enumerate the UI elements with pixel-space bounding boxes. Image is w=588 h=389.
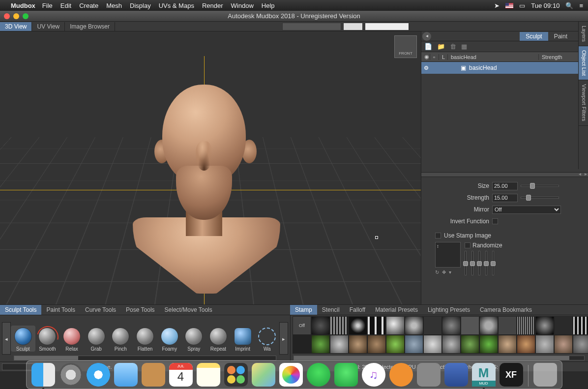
menu-uvs[interactable]: UVs & Maps [159, 2, 194, 9]
stamp-thumb[interactable] [367, 316, 386, 335]
material-select[interactable] [365, 23, 409, 30]
stamp-thumb[interactable] [405, 316, 423, 335]
tab-image-browser[interactable]: Image Browser [65, 22, 115, 31]
btab-sculpt-tools[interactable]: Sculpt Tools [0, 305, 41, 315]
stamp-move-icon[interactable]: ✥ [442, 269, 446, 275]
dock-messages-icon[interactable] [307, 363, 330, 387]
rand-slider-2[interactable] [471, 251, 473, 275]
dock-preferences-icon[interactable] [417, 363, 441, 387]
dock-ibooks-icon[interactable] [389, 363, 413, 387]
tool-spray[interactable]: Spray [181, 326, 206, 352]
stamp-thumb[interactable] [479, 335, 498, 354]
btab-stencil[interactable]: Stencil [317, 305, 345, 315]
tool-sculpt[interactable]: Sculpt [11, 326, 35, 352]
menu-render[interactable]: Render [202, 2, 223, 9]
panel-splitter[interactable] [421, 172, 588, 177]
stamp-thumb[interactable] [349, 316, 367, 335]
new-folder-icon[interactable]: 📁 [437, 43, 445, 50]
menu-help[interactable]: Help [262, 2, 275, 9]
dock-calendar-icon[interactable] [169, 363, 193, 387]
dock-mail-icon[interactable] [114, 363, 138, 387]
tool-imprint[interactable]: Imprint [231, 326, 255, 352]
dock-trash-icon[interactable] [533, 363, 557, 387]
menu-file[interactable]: File [42, 2, 53, 9]
stamp-thumb[interactable] [517, 316, 535, 335]
delete-layer-icon[interactable]: 🗑 [450, 43, 456, 50]
displays-icon[interactable]: ▭ [519, 2, 525, 9]
spotlight-icon[interactable]: 🔍 [565, 2, 573, 9]
rand-slider-4[interactable] [485, 251, 487, 275]
zoom-window-button[interactable] [23, 13, 29, 19]
stamp-thumb[interactable] [517, 335, 535, 354]
shading-select[interactable] [343, 23, 363, 30]
stamp-thumb[interactable] [498, 316, 517, 335]
menu-window[interactable]: Window [231, 2, 254, 9]
close-window-button[interactable] [4, 13, 10, 19]
menu-edit[interactable]: Edit [60, 2, 71, 9]
mesh-basichead[interactable] [133, 85, 280, 296]
rand-slider-5[interactable] [492, 251, 494, 275]
size-input[interactable] [492, 182, 518, 190]
tool-flatten[interactable]: Flatten [133, 326, 157, 352]
mirror-select[interactable]: Off [492, 206, 561, 214]
dock-contacts-icon[interactable] [142, 363, 165, 387]
btab-falloff[interactable]: Falloff [345, 305, 370, 315]
tab-3d-view[interactable]: 3D View [0, 22, 32, 31]
btab-camera-bookmarks[interactable]: Camera Bookmarks [475, 305, 537, 315]
stamp-thumb[interactable] [386, 316, 405, 335]
stamp-expand-icon[interactable]: ↕ [437, 243, 439, 249]
dock-launchpad-icon[interactable] [59, 363, 83, 387]
tools-scroll-right[interactable]: ▸ [279, 322, 288, 355]
stamp-thumb[interactable] [498, 335, 517, 354]
vtab-object-list[interactable]: Object List [579, 46, 588, 80]
tab-paint-layers[interactable]: Paint [548, 32, 573, 41]
use-stamp-checkbox[interactable] [435, 233, 441, 239]
dock-reminders-icon[interactable] [224, 363, 248, 387]
tool-relax[interactable]: Relax [59, 326, 84, 352]
stamp-thumb[interactable] [554, 335, 573, 354]
camera-select[interactable] [282, 23, 341, 30]
dock-notes-icon[interactable] [197, 363, 220, 387]
size-slider[interactable] [521, 185, 559, 187]
stamp-thumb[interactable] [330, 316, 349, 335]
tool-repeat[interactable]: Repeat [206, 326, 231, 352]
layer-options-icon[interactable]: ▦ [461, 43, 467, 50]
tool-smooth[interactable]: Smooth [35, 326, 60, 352]
strength-slider[interactable] [521, 197, 559, 199]
stamp-thumb[interactable] [405, 335, 423, 354]
stamp-thumb[interactable] [573, 316, 588, 335]
stamp-thumb[interactable] [423, 335, 442, 354]
stamp-thumb[interactable] [461, 335, 479, 354]
dock-mudbox-icon[interactable] [472, 363, 496, 387]
stamp-thumb[interactable] [461, 316, 479, 335]
vtab-viewport-filters[interactable]: Viewport Filters [579, 80, 588, 126]
menu-display[interactable]: Display [130, 2, 151, 9]
btab-pose-tools[interactable]: Pose Tools [121, 305, 159, 315]
stamp-thumb[interactable] [573, 335, 588, 354]
stamp-thumb[interactable] [330, 335, 349, 354]
rand-slider-3[interactable] [478, 251, 480, 275]
stamp-dropdown-icon[interactable]: ▾ [449, 269, 451, 275]
stamp-thumb[interactable] [442, 335, 461, 354]
invert-checkbox[interactable] [492, 218, 498, 224]
dock-itunes-icon[interactable] [362, 363, 385, 387]
3d-viewport[interactable]: FRONT [0, 31, 421, 304]
stamp-thumb[interactable] [423, 316, 442, 335]
dock-xforce-icon[interactable] [500, 363, 523, 387]
dock-facetime-icon[interactable] [334, 363, 358, 387]
layer-visible-icon[interactable] [424, 66, 428, 70]
btab-material-presets[interactable]: Material Presets [370, 305, 423, 315]
stamp-thumb[interactable] [349, 335, 367, 354]
tools-scroll-left[interactable]: ◂ [2, 322, 11, 355]
btab-stamp[interactable]: Stamp [290, 305, 317, 315]
btab-paint-tools[interactable]: Paint Tools [41, 305, 80, 315]
dock-finder-icon[interactable] [31, 363, 55, 387]
app-menu[interactable]: Mudbox [11, 2, 35, 9]
dock-books-icon[interactable] [444, 363, 468, 387]
strength-input[interactable] [492, 194, 518, 202]
minimize-window-button[interactable] [13, 13, 19, 19]
vtab-layers[interactable]: Layers [579, 22, 588, 46]
btab-lighting-presets[interactable]: Lighting Presets [423, 305, 475, 315]
randomize-checkbox[interactable] [465, 242, 470, 248]
tool-foamy[interactable]: Foamy [157, 326, 182, 352]
